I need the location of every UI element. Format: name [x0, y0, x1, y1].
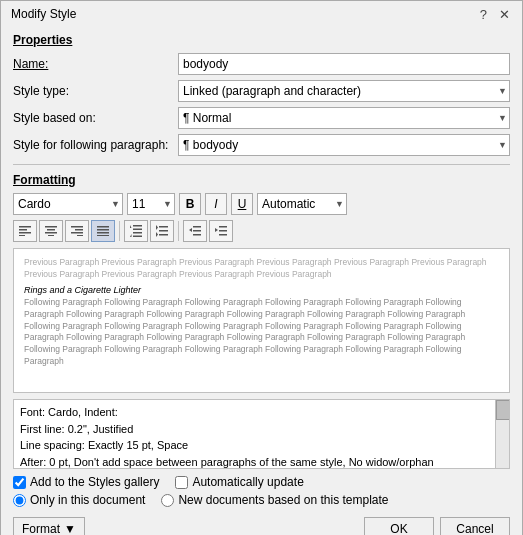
svg-rect-18	[133, 232, 142, 234]
button-row: Format ▼ OK Cancel	[13, 517, 510, 535]
only-this-doc-label: Only in this document	[30, 493, 145, 507]
modify-style-dialog: Modify Style ? ✕ Properties Name: Style …	[0, 0, 523, 535]
only-this-doc-radio[interactable]	[13, 494, 26, 507]
format-button-label: Format	[22, 522, 60, 535]
format-dropdown-arrow: ▼	[64, 522, 76, 535]
add-to-gallery-checkbox[interactable]	[13, 476, 26, 489]
description-scrollbar[interactable]	[495, 400, 509, 468]
svg-rect-24	[159, 234, 168, 236]
style-following-label: Style for following paragraph:	[13, 138, 178, 152]
svg-rect-10	[71, 232, 83, 234]
increase-indent-button[interactable]	[209, 220, 233, 242]
underline-button[interactable]: U	[231, 193, 253, 215]
align-separator-2	[178, 221, 179, 241]
add-to-gallery-label: Add to the Styles gallery	[30, 475, 159, 489]
preview-area: Previous Paragraph Previous Paragraph Pr…	[13, 248, 510, 393]
style-following-select[interactable]: ¶ bodyody	[178, 134, 510, 156]
svg-rect-16	[133, 225, 142, 227]
style-based-select-wrapper: ¶ Normal ▼	[178, 107, 510, 129]
svg-marker-34	[215, 228, 218, 232]
bottom-section: Add to the Styles gallery Automatically …	[13, 475, 510, 507]
svg-rect-17	[133, 229, 142, 231]
description-line3: Line spacing: Exactly 15 pt, Space	[20, 437, 503, 454]
style-following-select-wrapper: ¶ bodyody ▼	[178, 134, 510, 156]
italic-button[interactable]: I	[205, 193, 227, 215]
align-center-button[interactable]	[39, 220, 63, 242]
align-separator-1	[119, 221, 120, 241]
auto-update-label: Automatically update	[192, 475, 303, 489]
svg-rect-28	[193, 230, 201, 232]
properties-label: Properties	[13, 33, 510, 47]
font-row: Cardo ▼ 11 ▼ B I U Automatic	[13, 193, 510, 215]
svg-marker-21	[130, 234, 132, 237]
svg-marker-26	[156, 232, 158, 237]
description-line4: After: 0 pt, Don't add space between par…	[20, 454, 503, 470]
color-select[interactable]: Automatic	[257, 193, 347, 215]
svg-rect-3	[19, 235, 25, 236]
preview-title: Rings and a Cigarette Lighter	[24, 285, 499, 295]
name-input[interactable]	[178, 53, 510, 75]
svg-rect-2	[19, 232, 31, 234]
name-row: Name:	[13, 53, 510, 75]
decrease-indent-button[interactable]	[183, 220, 207, 242]
style-type-select[interactable]: Linked (paragraph and character)	[178, 80, 510, 102]
svg-marker-20	[130, 225, 132, 228]
svg-rect-33	[219, 234, 227, 236]
svg-rect-15	[97, 235, 109, 236]
align-row	[13, 220, 510, 242]
formatting-section: Formatting Cardo ▼ 11 ▼ B I U	[13, 173, 510, 242]
title-bar-buttons: ? ✕	[476, 8, 514, 21]
svg-rect-8	[71, 226, 83, 228]
dialog-buttons: OK Cancel	[364, 517, 510, 535]
close-button[interactable]: ✕	[495, 8, 514, 21]
preview-previous-para: Previous Paragraph Previous Paragraph Pr…	[24, 257, 499, 281]
add-to-gallery-checkbox-label[interactable]: Add to the Styles gallery	[13, 475, 159, 489]
svg-rect-23	[159, 230, 168, 232]
svg-rect-1	[19, 229, 27, 231]
svg-rect-31	[219, 226, 227, 228]
svg-rect-27	[193, 226, 201, 228]
svg-rect-12	[97, 226, 109, 228]
description-area: Font: Cardo, Indent: First line: 0.2", J…	[13, 399, 510, 469]
name-label: Name:	[13, 57, 178, 71]
style-based-select[interactable]: ¶ Normal	[178, 107, 510, 129]
new-docs-radio-label[interactable]: New documents based on this template	[161, 493, 388, 507]
para-spacing-button[interactable]	[150, 220, 174, 242]
new-docs-radio[interactable]	[161, 494, 174, 507]
svg-rect-32	[219, 230, 227, 232]
style-type-row: Style type: Linked (paragraph and charac…	[13, 80, 510, 102]
style-following-row: Style for following paragraph: ¶ bodyody…	[13, 134, 510, 156]
auto-update-checkbox[interactable]	[175, 476, 188, 489]
svg-rect-4	[45, 226, 57, 228]
title-bar: Modify Style ? ✕	[1, 1, 522, 25]
size-select-wrapper: 11 ▼	[127, 193, 175, 215]
new-docs-label: New documents based on this template	[178, 493, 388, 507]
cancel-button[interactable]: Cancel	[440, 517, 510, 535]
auto-update-checkbox-label[interactable]: Automatically update	[175, 475, 303, 489]
svg-rect-6	[45, 232, 57, 234]
font-select[interactable]: Cardo	[13, 193, 123, 215]
size-select[interactable]: 11	[127, 193, 175, 215]
svg-rect-9	[75, 229, 83, 231]
ok-button[interactable]: OK	[364, 517, 434, 535]
svg-rect-7	[48, 235, 54, 236]
only-this-doc-radio-label[interactable]: Only in this document	[13, 493, 145, 507]
align-left-button[interactable]	[13, 220, 37, 242]
help-button[interactable]: ?	[476, 8, 491, 21]
align-right-button[interactable]	[65, 220, 89, 242]
svg-rect-11	[77, 235, 83, 236]
svg-marker-25	[156, 225, 158, 230]
style-based-row: Style based on: ¶ Normal ▼	[13, 107, 510, 129]
svg-rect-22	[159, 226, 168, 228]
format-dropdown-button[interactable]: Format ▼	[13, 517, 85, 535]
description-line1: Font: Cardo, Indent:	[20, 404, 503, 421]
description-scrollbar-thumb[interactable]	[496, 400, 510, 420]
align-justify-button[interactable]	[91, 220, 115, 242]
style-type-label: Style type:	[13, 84, 178, 98]
line-spacing-button[interactable]	[124, 220, 148, 242]
bold-button[interactable]: B	[179, 193, 201, 215]
svg-rect-14	[97, 232, 109, 234]
dialog-title: Modify Style	[11, 7, 76, 21]
formatting-label: Formatting	[13, 173, 510, 187]
checkbox-row: Add to the Styles gallery Automatically …	[13, 475, 510, 489]
